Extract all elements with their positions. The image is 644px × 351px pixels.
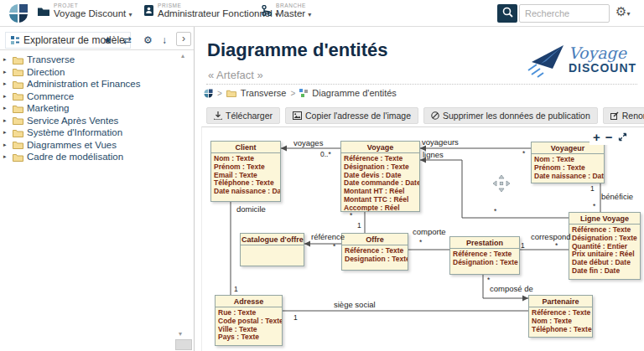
page-title: Diagramme d'entités xyxy=(207,39,388,61)
tree-label: Marketing xyxy=(27,103,70,113)
breadcrumb-current[interactable]: Diagramme d'entités xyxy=(312,88,397,98)
download-button[interactable]: Télécharger xyxy=(206,107,280,124)
breadcrumb-separator: > xyxy=(217,89,222,98)
entity-attribute: Date naissance : Date xyxy=(214,188,278,196)
tree-item-administration-et-finances[interactable]: ▸ Administration et Finances xyxy=(3,78,141,90)
entity-title: Client xyxy=(211,142,280,153)
scrollbar-thumb[interactable] xyxy=(175,339,192,350)
image-icon xyxy=(293,111,302,120)
entity-prestation[interactable]: Prestation Référence : TexteDésignation … xyxy=(449,236,520,275)
tree-label: Service Après Ventes xyxy=(27,116,118,126)
entity-title: Catalogue d'offres xyxy=(241,234,304,245)
delete-publication-data-button[interactable]: Supprimer les données de publication xyxy=(423,107,598,124)
entity-voyageur[interactable]: Voyageur Nom : TextePrénom : TexteDate n… xyxy=(531,142,605,183)
entity-client[interactable]: Client Nom : TextePrénom : TexteEmail : … xyxy=(210,141,281,202)
folder-icon xyxy=(226,89,236,97)
tree-caret-icon[interactable]: ▸ xyxy=(3,117,9,124)
tree-caret-icon[interactable]: ▸ xyxy=(3,56,9,63)
tree-item-cadre-de-modelisation[interactable]: ▸ Cadre de modélisation xyxy=(3,151,141,163)
folder-icon xyxy=(13,80,23,89)
branch-selector[interactable]: BRANCHE Master ▾ xyxy=(262,3,311,18)
gear-icon[interactable]: ⚙ xyxy=(143,34,153,46)
entity-partenaire[interactable]: Partenaire Référence : TexteNom : TexteT… xyxy=(528,295,593,338)
scroll-down-icon[interactable]: ▾ xyxy=(179,330,182,338)
caret-down-icon: ▾ xyxy=(308,11,311,18)
tree-caret-icon[interactable]: ▸ xyxy=(3,153,9,160)
entity-adresse[interactable]: Adresse Rue : TexteCode postal : TexteVi… xyxy=(215,295,283,346)
tree-item-commerce[interactable]: ▸ Commerce xyxy=(3,90,141,103)
tree-item-systeme-d-information[interactable]: ▸ Système d'Information xyxy=(3,126,141,139)
tree-caret-icon[interactable]: ▸ xyxy=(3,105,9,111)
tree-label: Administration et Finances xyxy=(27,79,141,89)
multiplicity: * xyxy=(494,207,496,215)
multiplicity: 1 xyxy=(357,221,361,230)
entity-title: Voyage xyxy=(341,142,419,153)
tree-caret-icon[interactable]: ▸ xyxy=(3,93,9,100)
edge-label-correspond: correspond xyxy=(531,232,571,241)
tree-item-transverse[interactable]: ▸ Transverse xyxy=(3,54,141,66)
stereotype-label: « Artefact » xyxy=(208,69,263,81)
edge-label-compose-de: composé de xyxy=(490,284,533,293)
explorer-header: Explorateur de modèle ★ ⇄ ⚙ ↓ › xyxy=(0,30,194,50)
brand-script-text: Voyage xyxy=(569,45,636,60)
multiplicity: * xyxy=(555,241,558,250)
caret-down-icon: ▾ xyxy=(626,10,630,18)
tree-item-diagrammes-et-vues[interactable]: ▸ Diagrammes et Vues xyxy=(3,139,141,152)
tree-caret-icon[interactable]: ▸ xyxy=(3,129,9,136)
star-icon[interactable]: ★ xyxy=(103,34,112,46)
breadcrumb-transverse[interactable]: Transverse xyxy=(241,88,287,98)
search-button[interactable] xyxy=(497,4,517,23)
entity-attribute: Date fin : Date xyxy=(572,267,637,276)
app-logo-icon[interactable] xyxy=(8,3,29,23)
entity-attribute: Désignation : Texte xyxy=(453,259,517,267)
tree-item-direction[interactable]: ▸ Direction xyxy=(3,66,141,79)
swap-arrows-icon[interactable]: ⇄ xyxy=(123,34,132,46)
zoom-in-button[interactable]: + xyxy=(593,130,600,144)
edge-label-domicile: domicile xyxy=(236,204,266,214)
settings-menu[interactable]: ⚙▾ xyxy=(615,4,630,19)
tree-item-service-apres-ventes[interactable]: ▸ Service Après Ventes xyxy=(3,115,141,127)
scroll-up-icon[interactable]: ▴ xyxy=(181,52,184,59)
entity-voyage[interactable]: Voyage Référence : TexteDésignation : Te… xyxy=(340,141,420,212)
button-label: Télécharger xyxy=(226,111,273,121)
entity-offre[interactable]: Offre Référence : TexteDesignation : Tex… xyxy=(341,233,408,271)
app-logo-icon[interactable] xyxy=(204,89,213,98)
edge-label-siege-social: siège social xyxy=(334,300,376,309)
tree-caret-icon[interactable]: ▸ xyxy=(3,142,9,148)
entity-catalogue-d-offres[interactable]: Catalogue d'offres xyxy=(240,233,304,266)
entity-attribute: Accompte : Réel xyxy=(344,204,417,212)
gear-icon: ⚙ xyxy=(615,4,626,18)
tree-item-marketing[interactable]: ▸ Marketing xyxy=(3,102,141,115)
arrow-down-icon[interactable]: ↓ xyxy=(162,34,167,46)
folder-icon xyxy=(13,140,23,149)
fullscreen-icon[interactable] xyxy=(618,132,627,142)
project-kicker: PROJET xyxy=(54,3,132,8)
entity-title: Ligne Voyage xyxy=(569,213,640,225)
zoom-out-button[interactable]: − xyxy=(605,130,613,144)
project-selector[interactable]: PROJET Voyage Discount ▾ xyxy=(38,3,132,18)
entity-title: Partenaire xyxy=(529,296,592,307)
multiplicity: * xyxy=(522,149,525,157)
diagram-canvas[interactable]: + − Client Nom : TextePrénom : TexteEmai… xyxy=(201,126,644,351)
folder-icon xyxy=(38,7,49,16)
explorer-icon xyxy=(11,36,19,44)
folder-icon xyxy=(13,67,23,76)
entity-title: Prestation xyxy=(450,237,519,249)
entity-ligne-voyage[interactable]: Ligne Voyage Référence : TexteDésignatio… xyxy=(569,212,641,280)
tree-caret-icon[interactable]: ▸ xyxy=(3,80,9,87)
prism-name: Administrateur Fonctionnel xyxy=(158,8,273,18)
download-icon xyxy=(214,111,222,120)
folder-icon xyxy=(13,104,23,113)
tree-label: Direction xyxy=(27,67,65,77)
search-input[interactable] xyxy=(519,4,610,23)
collapse-panel-button[interactable]: › xyxy=(176,32,191,46)
paper-plane-icon xyxy=(527,44,565,79)
tree-caret-icon[interactable]: ▸ xyxy=(3,69,9,75)
edge-label-reference: référence xyxy=(311,232,345,241)
rename-icon xyxy=(610,111,619,120)
rename-button[interactable]: Renommer xyxy=(603,107,644,124)
multiplicity: 1 xyxy=(234,285,238,293)
copy-image-address-button[interactable]: Copier l'adresse de l'image xyxy=(285,107,418,124)
tree-label: Commerce xyxy=(27,91,74,101)
prism-selector[interactable]: PRISME Administrateur Fonctionnel ▾ xyxy=(144,3,278,18)
